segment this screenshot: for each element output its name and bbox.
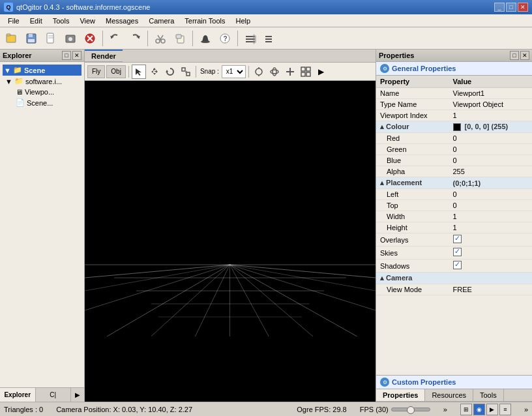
shadows-checkbox[interactable] <box>453 261 462 269</box>
menu-terrain-tools[interactable]: Terrain Tools <box>179 16 230 26</box>
prop-value-overlays[interactable] <box>449 233 533 246</box>
prop-value-height[interactable]: 1 <box>449 222 533 233</box>
skies-checkbox[interactable] <box>453 248 462 256</box>
menu-camera[interactable]: Camera <box>143 16 179 26</box>
maximize-button[interactable]: □ <box>506 3 516 12</box>
camera-extra-btn[interactable] <box>299 65 313 79</box>
icon-list-btn[interactable]: ≡ <box>499 404 511 415</box>
prop-name-width: Width <box>376 211 449 222</box>
view-mode-icons: ⊞ ◉ ▶ ≡ <box>460 404 511 415</box>
custom-tab-tools[interactable]: Tools <box>473 389 504 401</box>
toolbar-paste[interactable] <box>171 29 189 48</box>
camera-zoom-btn[interactable] <box>283 65 297 79</box>
menu-view[interactable]: View <box>74 16 100 26</box>
tree-item-viewport[interactable]: 🖥 Viewpo... <box>3 87 81 97</box>
fps-slider-thumb[interactable] <box>407 406 415 414</box>
table-row-section-colour: ▴ Colour [0, 0, 0] (255) <box>376 121 532 133</box>
menu-edit[interactable]: Edit <box>25 16 48 26</box>
viewport-canvas[interactable] <box>85 81 376 402</box>
move-tool-btn[interactable] <box>147 65 162 79</box>
prop-value-green[interactable]: 0 <box>449 144 533 155</box>
properties-close-btn[interactable]: ✕ <box>520 51 529 60</box>
main-layout: Explorer □ ✕ ▼ 📁 Scene ▼ 📁 software.i...… <box>0 50 532 402</box>
explorer-tab-explorer[interactable]: Explorer <box>0 388 36 402</box>
svg-rect-33 <box>182 68 185 71</box>
toolbar-undo[interactable] <box>106 29 125 48</box>
prop-value-shadows[interactable] <box>449 260 533 273</box>
table-row: Top 0 <box>376 200 532 211</box>
prop-value-skies[interactable] <box>449 246 533 260</box>
properties-float-btn[interactable]: □ <box>510 51 519 60</box>
menu-tools[interactable]: Tools <box>48 16 75 26</box>
custom-tab-properties[interactable]: Properties <box>376 389 425 401</box>
toolbar-open[interactable] <box>3 29 21 48</box>
overlays-checkbox[interactable] <box>453 235 462 243</box>
toolbar-sep-2 <box>147 31 148 46</box>
prop-value-width[interactable]: 1 <box>449 211 533 222</box>
prop-value-red[interactable]: 0 <box>449 133 533 144</box>
rotate-tool-btn[interactable] <box>163 65 177 79</box>
toolbar-save[interactable] <box>22 29 40 48</box>
minimize-button[interactable]: _ <box>494 3 505 12</box>
svg-line-59 <box>85 265 229 310</box>
menu-bar: File Edit Tools View Messages Camera Ter… <box>0 14 532 27</box>
toolbar-zoom-out[interactable] <box>261 29 279 48</box>
obj-button[interactable]: Obj <box>106 65 126 78</box>
icon-grid-btn[interactable]: ⊞ <box>460 404 472 415</box>
toolbar-redo[interactable] <box>126 29 144 48</box>
viewport-icon: 🖥 <box>16 88 23 96</box>
fps-arrow[interactable]: » <box>443 406 447 413</box>
prop-name-red: Red <box>376 133 449 144</box>
toolbar-zoom-in[interactable] <box>241 29 259 48</box>
explorer-tab-c[interactable]: C| <box>36 388 72 402</box>
explorer-tab-next[interactable]: ▶ <box>71 388 84 402</box>
toolbar-new[interactable] <box>42 29 60 48</box>
explorer-float-btn[interactable]: □ <box>62 51 71 60</box>
prop-value-blue[interactable]: 0 <box>449 155 533 166</box>
prop-value-top[interactable]: 0 <box>449 200 533 211</box>
toolbar-hat[interactable] <box>196 29 214 48</box>
toolbar-cut[interactable] <box>151 29 170 48</box>
fps-slider[interactable]: FPS (30) <box>360 406 430 413</box>
viewport-item-label: Viewpo... <box>25 88 54 96</box>
custom-tab-resources[interactable]: Resources <box>425 389 473 401</box>
status-end-arrow[interactable]: » <box>524 406 528 413</box>
prop-value-alpha[interactable]: 255 <box>449 166 533 177</box>
explorer-close-btn[interactable]: ✕ <box>72 51 81 60</box>
table-row: Alpha 255 <box>376 166 532 177</box>
menu-messages[interactable]: Messages <box>100 16 143 26</box>
snap-select[interactable]: x1 x2 x4 x8 <box>222 65 246 78</box>
fps-slider-track[interactable] <box>391 408 430 411</box>
scale-tool-btn[interactable] <box>179 65 193 79</box>
close-button[interactable]: ✕ <box>518 3 528 12</box>
prop-name-overlays: Overlays <box>376 233 449 246</box>
render-tab[interactable]: Render <box>85 50 123 62</box>
camera-orbit-btn[interactable] <box>267 65 282 79</box>
tree-scene-root[interactable]: ▼ 📁 Scene <box>3 65 81 76</box>
svg-line-52 <box>107 265 230 336</box>
prop-value-colour[interactable]: [0, 0, 0] (255) <box>449 121 533 133</box>
prop-name-shadows: Shadows <box>376 260 449 273</box>
scene-icon: 📁 <box>13 66 22 74</box>
icon-cam-btn[interactable]: ◉ <box>473 404 485 415</box>
menu-help[interactable]: Help <box>230 16 256 26</box>
fly-button[interactable]: Fly <box>87 65 105 78</box>
toolbar-help[interactable]: ? <box>216 29 234 48</box>
svg-line-54 <box>195 265 229 336</box>
scene-item-label: Scene... <box>27 99 53 107</box>
toolbar-screenshot[interactable] <box>61 29 80 48</box>
tree-item-scene[interactable]: 📄 Scene... <box>3 97 81 108</box>
prop-value-left[interactable]: 0 <box>449 189 533 200</box>
prop-value-name[interactable]: Viewport1 <box>449 88 533 99</box>
tree-item-software[interactable]: ▼ 📁 software.i... <box>3 76 81 87</box>
toolbar-close-scene[interactable] <box>81 29 99 48</box>
prop-value-placement: (0;0;1;1) <box>449 177 533 189</box>
properties-panel-controls: □ ✕ <box>510 51 529 60</box>
menu-file[interactable]: File <box>3 16 25 26</box>
camera-pan-btn[interactable] <box>252 65 266 79</box>
icon-play-btn[interactable]: ▶ <box>486 404 498 415</box>
svg-point-15 <box>156 39 160 43</box>
svg-rect-0 <box>7 35 16 42</box>
camera-fly-btn[interactable]: ▶ <box>314 65 329 79</box>
select-tool-btn[interactable] <box>132 65 146 79</box>
